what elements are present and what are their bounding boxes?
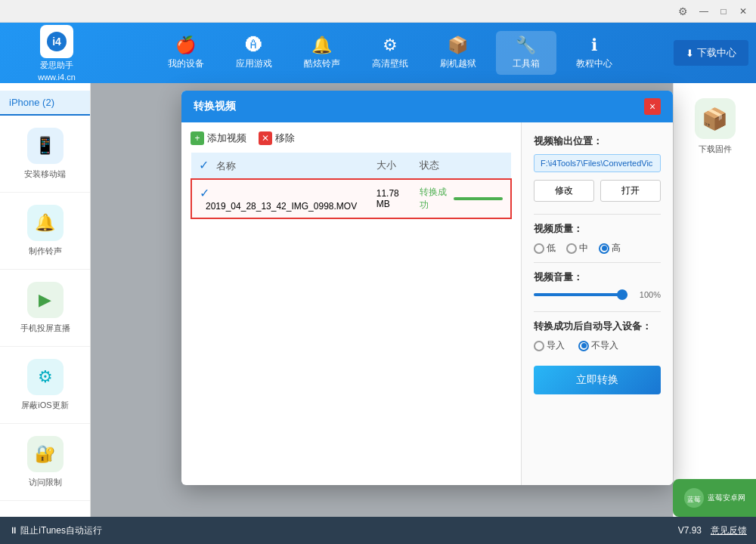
auto-import-option-import[interactable]: 导入 — [534, 339, 565, 352]
radio-circle-high[interactable] — [599, 243, 609, 254]
nav-item-tutorial[interactable]: ℹ 教程中心 — [564, 31, 624, 75]
radio-circle-import-no-import[interactable] — [578, 341, 589, 351]
nav-icon-jailbreak: 📦 — [448, 36, 468, 55]
row-status: 转换成功 — [412, 179, 511, 218]
auto-import-options: 导入不导入 — [534, 339, 661, 352]
quality-label: 视频质量： — [534, 222, 661, 236]
divider-1 — [534, 214, 661, 215]
convert-video-dialog: 转换视频 × + 添加视频 ✕ — [181, 91, 673, 485]
quality-option-mid[interactable]: 中 — [566, 242, 588, 255]
sidebar-icon-install-mobile: 📱 — [27, 128, 64, 164]
auto-import-label: 转换成功后自动导入设备： — [534, 320, 661, 333]
dialog-body: + 添加视频 ✕ 移除 — [181, 122, 673, 485]
nav-item-wallpaper[interactable]: ⚙ 高清壁纸 — [360, 31, 420, 75]
nav-item-my-device[interactable]: 🍎 我的设备 — [156, 31, 216, 75]
sidebar-item-screen-cast[interactable]: ▶ 手机投屏直播 — [0, 270, 90, 347]
sidebar-label-access-limit: 访问限制 — [29, 477, 62, 488]
file-table-body: ✓ 2019_04_28_13_42_IMG_0998.MOV11.78 MB … — [191, 179, 511, 218]
sidebar-label-screen-cast: 手机投屏直播 — [20, 323, 70, 334]
dialog-file-panel: + 添加视频 ✕ 移除 — [181, 122, 522, 485]
nav-item-tools[interactable]: 🔧 工具箱 — [496, 31, 556, 75]
nav-label-jailbreak: 刷机越狱 — [440, 57, 476, 70]
volume-label: 视频音量： — [534, 270, 661, 284]
right-panel: 📦 下载固件 — [673, 83, 756, 517]
sidebar-icon-make-ringtone: 🔔 — [27, 205, 64, 241]
nav-icon-wallpaper: ⚙ — [383, 36, 398, 55]
minimize-button[interactable]: — — [694, 3, 714, 20]
quality-option-low[interactable]: 低 — [534, 242, 556, 255]
nav-icon-tutorial: ℹ — [591, 36, 597, 55]
sidebar-item-block-ios[interactable]: ⚙ 屏蔽iOS更新 — [0, 347, 90, 424]
statusbar: ⏸ 阻止iTunes自动运行 V7.93 意见反馈 — [0, 517, 756, 544]
right-panel-item-download-firmware[interactable]: 📦 下载固件 — [695, 98, 736, 155]
auto-import-label-no-import: 不导入 — [591, 339, 618, 352]
watermark-text: 蓝莓安卓网 — [708, 493, 745, 503]
row-check-icon: ✓ — [200, 187, 209, 199]
nav-item-app-game[interactable]: 🅐 应用游戏 — [224, 31, 284, 75]
header: i4 爱思助手 www.i4.cn 🍎 我的设备 🅐 应用游戏 🔔 酷炫铃声 ⚙… — [0, 23, 756, 83]
volume-slider-fill — [534, 293, 627, 296]
quality-label-mid: 中 — [579, 242, 588, 255]
dialog-close-button[interactable]: × — [644, 98, 661, 115]
sidebar-icon-screen-cast: ▶ — [27, 282, 64, 318]
add-video-button[interactable]: + 添加视频 — [191, 131, 246, 145]
svg-text:蓝莓: 蓝莓 — [687, 496, 701, 503]
auto-import-option-no-import[interactable]: 不导入 — [578, 339, 618, 352]
nav-icon-my-device: 🍎 — [175, 36, 196, 55]
nav-label-tools: 工具箱 — [513, 57, 540, 70]
output-path-value: F:\i4Tools7\Files\ConvertedVic — [534, 154, 661, 172]
radio-circle-import-import[interactable] — [534, 341, 544, 351]
nav-label-app-game: 应用游戏 — [236, 57, 272, 70]
sidebar-icon-block-ios: ⚙ — [27, 359, 64, 395]
col-checkbox: ✓ 名称 — [191, 153, 369, 179]
right-icon-download-firmware: 📦 — [695, 98, 736, 139]
sidebar: iPhone (2) 📱 安装移动端 🔔 制作铃声 ▶ 手机投屏直播 ⚙ 屏蔽i… — [0, 83, 91, 517]
row-filename: 2019_04_28_13_42_IMG_0998.MOV — [206, 201, 357, 212]
volume-slider-thumb[interactable] — [617, 289, 627, 300]
auto-import-label-import: 导入 — [547, 339, 565, 352]
row-checkbox[interactable]: ✓ 2019_04_28_13_42_IMG_0998.MOV — [191, 179, 369, 218]
radio-circle-low[interactable] — [534, 243, 544, 254]
device-tab[interactable]: iPhone (2) — [0, 91, 90, 116]
quality-option-high[interactable]: 高 — [599, 242, 621, 255]
nav-item-ringtone[interactable]: 🔔 酷炫铃声 — [292, 31, 352, 75]
sidebar-item-access-limit[interactable]: 🔐 访问限制 — [0, 424, 90, 501]
nav-items: 🍎 我的设备 🅐 应用游戏 🔔 酷炫铃声 ⚙ 高清壁纸 📦 刷机越狱 🔧 工具箱… — [106, 31, 674, 75]
col-size: 大小 — [369, 153, 412, 179]
maximize-button[interactable]: □ — [714, 3, 733, 20]
feedback-link[interactable]: 意见反馈 — [711, 524, 747, 537]
radio-circle-mid[interactable] — [566, 243, 577, 254]
dialog-title: 转换视频 — [194, 100, 236, 113]
logo-icon: i4 — [40, 25, 73, 58]
titlebar: ⚙ — □ ✕ — [0, 0, 756, 23]
watermark: 蓝莓 蓝莓安卓网 — [673, 479, 756, 517]
right-label-download-firmware: 下载固件 — [699, 144, 732, 155]
quality-label-high: 高 — [612, 242, 621, 255]
logo-area: i4 爱思助手 www.i4.cn — [8, 25, 106, 82]
nav-item-jailbreak[interactable]: 📦 刷机越狱 — [428, 31, 488, 75]
table-row[interactable]: ✓ 2019_04_28_13_42_IMG_0998.MOV11.78 MB … — [191, 179, 511, 218]
sidebar-item-make-ringtone[interactable]: 🔔 制作铃声 — [0, 193, 90, 270]
statusbar-right: V7.93 意见反馈 — [678, 524, 747, 537]
logo-website: www.i4.cn — [38, 73, 76, 82]
output-path-label: 视频输出位置： — [534, 134, 661, 148]
select-all-checkbox[interactable]: ✓ — [199, 159, 209, 172]
nav-icon-tools: 🔧 — [516, 36, 536, 55]
sidebar-label-install-mobile: 安装移动端 — [24, 168, 66, 180]
file-table: ✓ 名称 大小 状态 ✓ 2019_04_28_13_42_IMG_0998.M… — [191, 153, 512, 219]
close-button[interactable]: ✕ — [733, 3, 753, 20]
sidebar-item-install-mobile[interactable]: 📱 安装移动端 — [0, 116, 90, 193]
remove-video-button[interactable]: ✕ 移除 — [259, 131, 295, 145]
nav-icon-app-game: 🅐 — [246, 36, 262, 55]
add-video-icon: + — [191, 131, 204, 145]
nav-label-my-device: 我的设备 — [168, 57, 204, 70]
table-header-row: ✓ 名称 大小 状态 — [191, 153, 511, 179]
convert-button[interactable]: 立即转换 — [534, 366, 661, 394]
modify-path-button[interactable]: 修改 — [534, 180, 594, 202]
quality-options: 低中高 — [534, 242, 661, 255]
download-center-button[interactable]: ⬇ 下载中心 — [674, 40, 748, 66]
dialog-overlay: 转换视频 × + 添加视频 ✕ — [91, 83, 673, 517]
version-text: V7.93 — [678, 525, 702, 536]
settings-icon[interactable]: ⚙ — [678, 5, 688, 17]
open-path-button[interactable]: 打开 — [600, 180, 661, 202]
